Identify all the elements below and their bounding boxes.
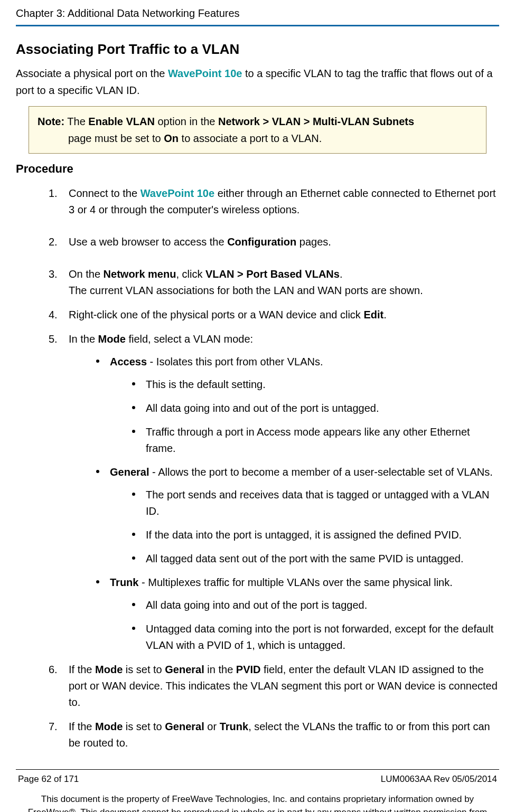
step-5: 5. In the Mode field, select a VLAN mode… (49, 331, 499, 654)
s1a: Connect to the (69, 187, 141, 199)
note-l1c: option in the (155, 116, 218, 127)
note-box: Note: The Enable VLAN option in the Netw… (29, 106, 486, 154)
general-label: General (110, 466, 149, 478)
step-num: 3. (49, 266, 58, 282)
s6c: is set to (123, 664, 165, 675)
step-num: 1. (49, 185, 58, 202)
s5b: Mode (98, 333, 126, 345)
access-label: Access (110, 356, 147, 367)
note-line2: page must be set to On to associate a po… (38, 130, 477, 147)
general-subs: The port sends and receives data that is… (110, 487, 499, 567)
note-on: On (164, 133, 179, 144)
s6a: If the (69, 664, 95, 675)
step-6: 6. If the Mode is set to General in the … (49, 662, 499, 711)
s3d: VLAN > Port Based VLANs (205, 268, 340, 280)
mode-general: General - Allows the port to become a me… (96, 464, 499, 567)
mode-trunk: Trunk - Multiplexes traffic for multiple… (96, 574, 499, 654)
general-desc: - Allows the port to become a member of … (149, 466, 492, 478)
general-sub-3: All tagged data sent out of the port wit… (132, 551, 499, 567)
trunk-subs: All data going into and out of the port … (110, 597, 499, 654)
footer-row: Page 62 of 171 LUM0063AA Rev 05/05/2014 (16, 774, 499, 785)
page-number: Page 62 of 171 (18, 774, 79, 785)
step-3: 3. On the Network menu, click VLAN > Por… (49, 266, 499, 299)
step-num: 5. (49, 331, 58, 347)
general-sub-1: The port sends and receives data that is… (132, 487, 499, 520)
access-sub-3: Traffic through a port in Access mode ap… (132, 424, 499, 457)
note-l2a: page must be set to (68, 133, 164, 144)
wavepoint-link-2[interactable]: WavePoint 10e (141, 187, 214, 199)
s2c: pages. (296, 236, 331, 248)
intro-paragraph: Associate a physical port on the WavePoi… (16, 65, 499, 99)
access-sub-2: All data going into and out of the port … (132, 400, 499, 417)
s7b: Mode (95, 721, 123, 732)
s6f: PVID (236, 664, 261, 675)
step-2: 2. Use a web browser to access the Confi… (49, 234, 499, 250)
trunk-sub-2: Untagged data coming into the port is no… (132, 621, 499, 654)
s5c: field, select a VLAN mode: (126, 333, 253, 345)
procedure-list: 1. Connect to the WavePoint 10e either t… (16, 185, 499, 751)
s7d: General (165, 721, 204, 732)
s7c: is set to (123, 721, 165, 732)
step-num: 2. (49, 234, 58, 250)
s7f: Trunk (220, 721, 248, 732)
step-1: 1. Connect to the WavePoint 10e either t… (49, 185, 499, 218)
note-l1a: The (64, 116, 88, 127)
s2b: Configuration (227, 236, 296, 248)
s6e: in the (204, 664, 236, 675)
s5a: In the (69, 333, 98, 345)
footer-rule (16, 769, 499, 770)
note-path: Network > VLAN > Multi-VLAN Subnets (218, 116, 414, 127)
s4a: Right-click one of the physical ports or… (69, 309, 363, 320)
step-7: 7. If the Mode is set to General or Trun… (49, 719, 499, 751)
chapter-title: Chapter 3: Additional Data Networking Fe… (16, 7, 499, 20)
general-sub-2: If the data into the port is untagged, i… (132, 527, 499, 543)
s3b: Network menu (104, 268, 176, 280)
step-num: 7. (49, 719, 58, 735)
note-line1: Note: The Enable VLAN option in the Netw… (38, 113, 477, 130)
s3e: . (340, 268, 343, 280)
s7a: If the (69, 721, 95, 732)
note-enable-vlan: Enable VLAN (88, 116, 155, 127)
wavepoint-link[interactable]: WavePoint 10e (168, 68, 242, 79)
procedure-title: Procedure (16, 162, 499, 176)
step-num: 6. (49, 662, 58, 678)
mode-list: Access - Isolates this port from other V… (69, 354, 499, 654)
trunk-desc: - Multiplexes traffic for multiple VLANs… (138, 577, 452, 588)
intro-pre: Associate a physical port on the (16, 68, 168, 79)
access-desc: - Isolates this port from other VLANs. (147, 356, 323, 367)
step-4: 4. Right-click one of the physical ports… (49, 307, 499, 323)
section-title: Associating Port Traffic to a VLAN (16, 41, 499, 58)
trunk-sub-1: All data going into and out of the port … (132, 597, 499, 613)
s3c: , click (176, 268, 205, 280)
footer-legal: This document is the property of FreeWav… (16, 793, 499, 812)
trunk-label: Trunk (110, 577, 138, 588)
s4c: . (383, 309, 387, 320)
doc-revision: LUM0063AA Rev 05/05/2014 (381, 774, 497, 785)
note-l2c: to associate a port to a VLAN. (179, 133, 322, 144)
s7e: or (204, 721, 220, 732)
step-num: 4. (49, 307, 58, 323)
s3a: On the (69, 268, 104, 280)
access-sub-1: This is the default setting. (132, 376, 499, 393)
s2a: Use a web browser to access the (69, 236, 227, 248)
access-subs: This is the default setting. All data go… (110, 376, 499, 457)
note-label: Note: (38, 116, 64, 127)
header-rule (16, 25, 499, 26)
mode-access: Access - Isolates this port from other V… (96, 354, 499, 457)
s6d: General (165, 664, 204, 675)
s3-line2: The current VLAN associations for both t… (69, 282, 499, 299)
s4b: Edit (363, 309, 383, 320)
s6b: Mode (95, 664, 123, 675)
